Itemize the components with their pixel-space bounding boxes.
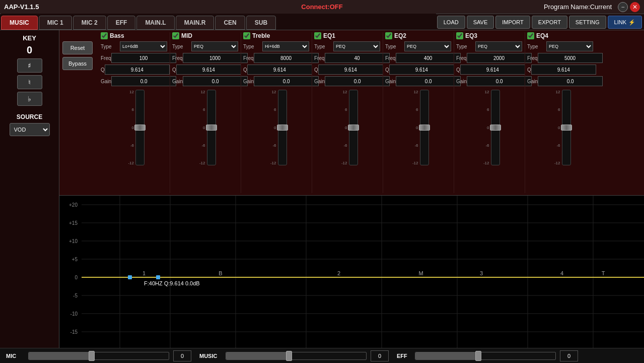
key-label: KEY bbox=[23, 34, 36, 42]
treble-fader-knob[interactable] bbox=[277, 125, 288, 131]
mic-slider-thumb[interactable] bbox=[89, 351, 95, 361]
treble-gain-input[interactable] bbox=[254, 76, 319, 86]
reset-button[interactable]: Reset bbox=[62, 41, 93, 54]
minimize-button[interactable]: − bbox=[618, 2, 628, 12]
eq-graph-svg: +20 +15 +10 +5 0 -5 -10 -15 -20 20 50 10… bbox=[59, 196, 644, 348]
bypass-button[interactable]: Bypass bbox=[62, 57, 93, 70]
eq1-freq-input[interactable] bbox=[325, 53, 390, 63]
eq2-enable-checkbox[interactable] bbox=[385, 32, 392, 39]
eq3-gain-input[interactable] bbox=[467, 76, 532, 86]
eq4-gain-label: Gain bbox=[527, 79, 538, 84]
eq3-enable-checkbox[interactable] bbox=[456, 32, 463, 39]
eq3-fader-track[interactable] bbox=[491, 90, 500, 165]
key-panel: KEY 0 ♯ ♮ ♭ SOURCE VOD CD RADIO AUX bbox=[0, 30, 59, 348]
music-slider-thumb[interactable] bbox=[286, 351, 292, 361]
flat-button[interactable]: ♭ bbox=[17, 92, 42, 106]
tab-mic2[interactable]: MIC 2 bbox=[73, 16, 106, 30]
eq1-enable-checkbox[interactable] bbox=[314, 32, 321, 39]
eq4-enable-checkbox[interactable] bbox=[527, 32, 534, 39]
eq4-fader-track[interactable] bbox=[562, 90, 571, 165]
link-button[interactable]: LINK ⚡ bbox=[608, 16, 642, 29]
eq2-q-input[interactable] bbox=[389, 65, 454, 75]
bass-q-input[interactable] bbox=[105, 65, 170, 75]
save-button[interactable]: SAVE bbox=[467, 16, 494, 29]
eq2-freq-input[interactable] bbox=[396, 53, 461, 63]
bass-fader-track[interactable] bbox=[135, 90, 145, 165]
mid-q-input[interactable] bbox=[176, 65, 241, 75]
eq4-gain-input[interactable] bbox=[538, 76, 603, 86]
eq4-q-input[interactable] bbox=[531, 65, 596, 75]
tabs-and-actions: MUSIC MIC 1 MIC 2 EFF MAIN.L MAIN.R CEN … bbox=[0, 14, 644, 30]
mid-freq-input[interactable] bbox=[183, 53, 248, 63]
eq2-gain-input[interactable] bbox=[396, 76, 461, 86]
eff-slider-thumb[interactable] bbox=[475, 351, 481, 361]
source-select[interactable]: VOD CD RADIO AUX bbox=[10, 123, 50, 136]
tab-music[interactable]: MUSIC bbox=[1, 16, 38, 30]
import-button[interactable]: IMPORT bbox=[495, 16, 530, 29]
svg-text:2: 2 bbox=[337, 270, 340, 276]
eq2-fader-track[interactable] bbox=[420, 90, 429, 165]
bass-gain-input[interactable] bbox=[111, 76, 176, 86]
mid-type-select[interactable]: PEQHPFLPF bbox=[191, 41, 238, 51]
treble-freq-input[interactable] bbox=[254, 53, 319, 63]
tab-sub[interactable]: SUB bbox=[246, 16, 276, 30]
mid-type-label: Type bbox=[172, 44, 191, 49]
eq3-freq-input[interactable] bbox=[467, 53, 532, 63]
sharp-button[interactable]: ♯ bbox=[17, 58, 42, 73]
eq-col-bass: Bass Type Lo+6dBLo+3dBPEQ Freq bbox=[99, 32, 169, 193]
export-button[interactable]: EXPORT bbox=[532, 16, 567, 29]
tab-mainr[interactable]: MAIN.R bbox=[176, 16, 214, 30]
mid-enable-checkbox[interactable] bbox=[172, 32, 179, 39]
tab-eff[interactable]: EFF bbox=[107, 16, 136, 30]
eq1-fader-knob[interactable] bbox=[348, 125, 359, 131]
mic-slider-container[interactable] bbox=[28, 352, 169, 360]
eq1-fader-track[interactable] bbox=[349, 90, 358, 165]
tab-mic1[interactable]: MIC 1 bbox=[39, 16, 72, 30]
svg-text:1: 1 bbox=[142, 270, 146, 276]
bass-enable-checkbox[interactable] bbox=[101, 32, 108, 39]
mid-fader-knob[interactable] bbox=[206, 125, 217, 131]
bass-fader-knob[interactable] bbox=[134, 125, 146, 131]
eq4-fader-scale: 1260-6-12 bbox=[550, 90, 562, 165]
eq2-fader-knob[interactable] bbox=[419, 125, 430, 131]
music-slider-container[interactable] bbox=[226, 352, 367, 360]
app-title: AAP-V1.1.5 bbox=[4, 3, 39, 11]
eq2-type-select[interactable]: PEQHPFLPF bbox=[404, 41, 451, 51]
treble-enable-checkbox[interactable] bbox=[243, 32, 250, 39]
eq1-type-select[interactable]: PEQHPFLPF bbox=[333, 41, 380, 51]
eq3-q-input[interactable] bbox=[460, 65, 525, 75]
music-label: MUSIC bbox=[199, 353, 222, 359]
bass-freq-input[interactable] bbox=[111, 53, 176, 63]
setting-button[interactable]: SETTING bbox=[569, 16, 606, 29]
mid-freq-label: Freq bbox=[172, 55, 183, 61]
eq4-fader-knob[interactable] bbox=[561, 125, 572, 131]
bass-q-label: Q bbox=[101, 67, 105, 73]
eff-slider-container[interactable] bbox=[415, 352, 556, 360]
tab-mainl[interactable]: MAIN.L bbox=[136, 16, 174, 30]
treble-q-input[interactable] bbox=[247, 65, 312, 75]
eq1-gain-input[interactable] bbox=[325, 76, 390, 86]
mid-fader-track[interactable] bbox=[207, 90, 216, 165]
graph-area[interactable]: +20 +15 +10 +5 0 -5 -10 -15 -20 20 50 10… bbox=[59, 196, 644, 348]
bass-freq-label: Freq bbox=[101, 55, 111, 61]
bass-type-select[interactable]: Lo+6dBLo+3dBPEQ bbox=[120, 41, 167, 51]
load-button[interactable]: LOAD bbox=[437, 16, 465, 29]
treble-type-select[interactable]: Hi+6dBHi+3dBPEQ bbox=[262, 41, 309, 51]
treble-q-label: Q bbox=[243, 67, 247, 73]
music-value-display: 0 bbox=[371, 350, 389, 361]
treble-fader-track[interactable] bbox=[278, 90, 287, 165]
eq-top-panel: Reset Bypass Bass Type Lo+ bbox=[59, 30, 644, 196]
eq4-type-select[interactable]: PEQHPFLPF bbox=[546, 41, 593, 51]
tab-cen[interactable]: CEN bbox=[215, 16, 245, 30]
eq1-q-input[interactable] bbox=[318, 65, 383, 75]
bass-type-label: Type bbox=[101, 44, 120, 49]
svg-text:3: 3 bbox=[480, 270, 483, 276]
eq3-fader-knob[interactable] bbox=[490, 125, 501, 131]
close-button[interactable]: ✕ bbox=[630, 2, 640, 12]
mid-gain-input[interactable] bbox=[183, 76, 248, 86]
eq2-freq-label: Freq bbox=[385, 55, 396, 61]
natural-button[interactable]: ♮ bbox=[17, 75, 42, 89]
eq4-freq-input[interactable] bbox=[538, 53, 603, 63]
svg-text:+20: +20 bbox=[69, 202, 78, 208]
eq3-type-select[interactable]: PEQHPFLPF bbox=[475, 41, 522, 51]
